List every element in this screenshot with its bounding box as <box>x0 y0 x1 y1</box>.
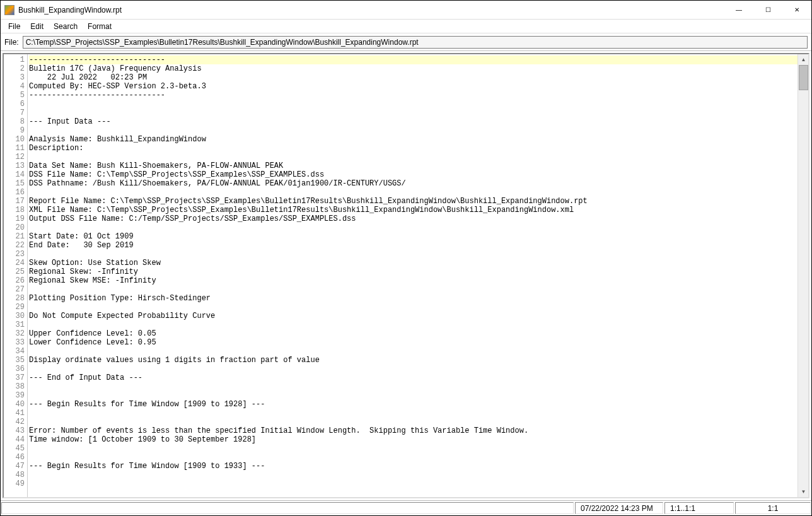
maximize-button[interactable]: ☐ <box>753 1 782 19</box>
code-line: Description: <box>29 144 798 153</box>
status-message-cell <box>1 502 574 514</box>
code-line: XML File Name: C:\Temp\SSP_Projects\SSP_… <box>29 206 798 214</box>
code-line: --- Begin Results for Time Window [1909 … <box>29 400 798 409</box>
code-line: ------------------------------ <box>29 56 798 64</box>
code-line: Time window: [1 October 1909 to 30 Septe… <box>29 435 798 444</box>
code-line: Output DSS File Name: C:/Temp/SSP_Projec… <box>29 214 798 223</box>
code-line <box>29 320 798 329</box>
filebar: File: <box>1 33 811 51</box>
code-line: --- End of Input Data --- <box>29 373 798 382</box>
code-line <box>29 418 798 426</box>
code-area[interactable]: ------------------------------Bulletin 1… <box>28 54 798 497</box>
code-line <box>29 347 798 356</box>
code-line: Bulletin 17C (Java) Frequency Analysis <box>29 64 798 73</box>
status-datetime: 07/22/2022 14:23 PM <box>575 502 663 514</box>
code-line <box>29 100 798 108</box>
code-line <box>29 382 798 391</box>
code-line: --- Begin Results for Time Window [1909 … <box>29 462 798 471</box>
code-line: Analysis Name: Bushkill_ExpandingWindow <box>29 135 798 144</box>
statusbar: 07/22/2022 14:23 PM 1:1..1:1 1:1 <box>1 500 811 515</box>
status-selection-range: 1:1..1:1 <box>664 502 734 514</box>
code-line: Skew Option: Use Station Skew <box>29 259 798 267</box>
code-line: Data Set Name: Bush Kill-Shoemakers, PA-… <box>29 161 798 170</box>
editor: 1 2 3 4 5 6 7 8 9 10 11 12 13 14 15 16 1… <box>3 53 809 498</box>
code-line: Regional Skew MSE: -Infinity <box>29 276 798 285</box>
code-line: Regional Skew: -Infinity <box>29 267 798 276</box>
code-line: Lower Confidence Level: 0.95 <box>29 338 798 347</box>
code-line: ------------------------------ <box>29 91 798 100</box>
code-line: Report File Name: C:\Temp\SSP_Projects\S… <box>29 197 798 206</box>
code-line: DSS Pathname: /Bush Kill/Shoemakers, PA/… <box>29 179 798 188</box>
menu-format[interactable]: Format <box>83 21 117 32</box>
status-cursor-pos: 1:1 <box>735 502 811 514</box>
menu-search[interactable]: Search <box>49 21 83 32</box>
code-line: Start Date: 01 Oct 1909 <box>29 232 798 241</box>
window-controls: — ☐ ✕ <box>724 1 811 19</box>
code-line: Do Not Compute Expected Probability Curv… <box>29 312 798 320</box>
code-line <box>29 444 798 453</box>
close-button[interactable]: ✕ <box>782 1 811 19</box>
code-line: Error: Number of events is less than the… <box>29 426 798 435</box>
code-line: 22 Jul 2022 02:23 PM <box>29 73 798 82</box>
file-path-input[interactable] <box>23 36 808 49</box>
titlebar: Bushkill_ExpandingWindow.rpt — ☐ ✕ <box>1 1 811 20</box>
menubar: File Edit Search Format <box>1 20 811 33</box>
code-line <box>29 365 798 373</box>
line-number-gutter: 1 2 3 4 5 6 7 8 9 10 11 12 13 14 15 16 1… <box>4 54 28 497</box>
menu-file[interactable]: File <box>3 21 25 32</box>
code-line <box>29 188 798 197</box>
file-label: File: <box>4 38 19 47</box>
code-line <box>29 285 798 294</box>
code-line: Display ordinate values using 1 digits i… <box>29 356 798 365</box>
code-line: DSS File Name: C:\Temp\SSP_Projects\SSP_… <box>29 170 798 179</box>
code-line <box>29 391 798 400</box>
code-line: Computed By: HEC-SSP Version 2.3-beta.3 <box>29 82 798 91</box>
window-title: Bushkill_ExpandingWindow.rpt <box>18 6 724 15</box>
code-line <box>29 250 798 259</box>
code-line <box>29 223 798 232</box>
code-line: Plotting Position Type: Hirsch-Stedinger <box>29 294 798 303</box>
app-icon <box>4 5 14 15</box>
code-line <box>29 479 798 488</box>
scroll-up-arrow-icon[interactable]: ▲ <box>798 54 809 65</box>
code-line <box>29 108 798 117</box>
vertical-scrollbar[interactable]: ▲ ▼ <box>798 54 808 497</box>
menu-edit[interactable]: Edit <box>25 21 49 32</box>
code-line: --- Input Data --- <box>29 117 798 126</box>
scroll-down-arrow-icon[interactable]: ▼ <box>798 486 809 497</box>
code-line <box>29 126 798 135</box>
code-line <box>29 303 798 312</box>
minimize-button[interactable]: — <box>724 1 753 19</box>
scroll-thumb[interactable] <box>799 65 808 90</box>
app-window: Bushkill_ExpandingWindow.rpt — ☐ ✕ File … <box>0 0 812 516</box>
code-line: Upper Confidence Level: 0.05 <box>29 329 798 338</box>
code-line <box>29 409 798 418</box>
code-line <box>29 471 798 479</box>
code-line: End Date: 30 Sep 2019 <box>29 241 798 250</box>
code-line <box>29 153 798 161</box>
code-line <box>29 453 798 462</box>
